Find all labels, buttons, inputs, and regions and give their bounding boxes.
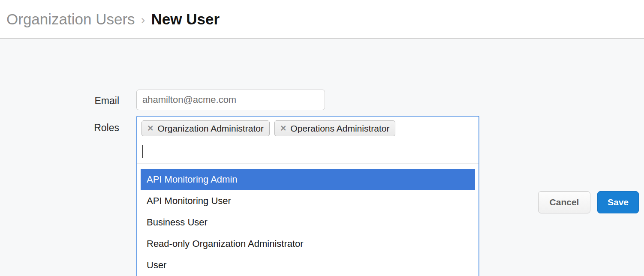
remove-tag-icon[interactable]: × <box>280 123 286 133</box>
new-user-page: Organization Users › New User Email Role… <box>0 0 644 276</box>
role-tag-label: Operations Administrator <box>290 123 389 134</box>
roles-label: Roles <box>51 122 119 134</box>
selected-roles-row: × Organization Administrator × Operation… <box>137 117 478 138</box>
dropdown-option-user[interactable]: User <box>141 255 475 276</box>
text-caret <box>142 145 143 158</box>
roles-multiselect[interactable]: × Organization Administrator × Operation… <box>136 116 479 276</box>
role-tag-label: Organization Administrator <box>157 123 263 134</box>
roles-search-input[interactable] <box>137 138 478 163</box>
role-tag-operations-administrator[interactable]: × Operations Administrator <box>274 120 396 136</box>
email-label: Email <box>51 95 119 107</box>
dropdown-option-business-user[interactable]: Business User <box>141 212 475 233</box>
roles-dropdown: API Monitoring Admin API Monitoring User… <box>137 164 478 276</box>
page-title: New User <box>151 11 220 28</box>
breadcrumb-chevron-icon: › <box>135 12 151 27</box>
dropdown-option-api-monitoring-user[interactable]: API Monitoring User <box>141 190 475 212</box>
role-tag-organization-administrator[interactable]: × Organization Administrator <box>141 120 270 136</box>
cancel-button[interactable]: Cancel <box>538 191 590 213</box>
breadcrumb-organization-users[interactable]: Organization Users <box>6 11 135 28</box>
email-field[interactable] <box>136 90 325 110</box>
dropdown-option-read-only-organization-administrator[interactable]: Read-only Organization Administrator <box>141 233 475 255</box>
page-header: Organization Users › New User <box>0 0 644 39</box>
remove-tag-icon[interactable]: × <box>147 123 153 133</box>
dropdown-option-api-monitoring-admin[interactable]: API Monitoring Admin <box>141 169 475 190</box>
save-button[interactable]: Save <box>597 191 639 213</box>
